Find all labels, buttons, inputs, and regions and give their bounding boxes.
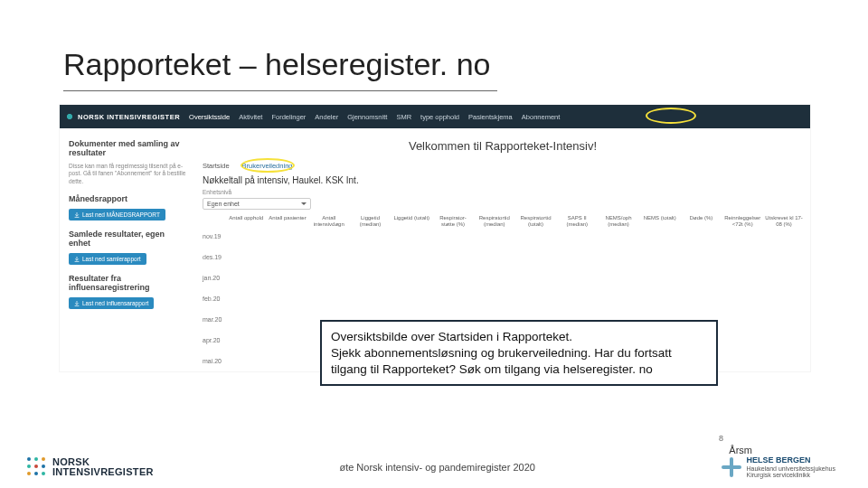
nokkeltall-title: Nøkkeltall på intensiv, Haukel. KSK Int. bbox=[203, 175, 803, 185]
footer-center-text: øte Norsk intensiv- og pandemiregister 2… bbox=[339, 462, 534, 473]
logo-ni-text2: INTENSIVREGISTER bbox=[52, 467, 154, 477]
brand-icon bbox=[65, 112, 74, 121]
callout-line1: Oversiktsbilde over Startsiden i Rapport… bbox=[331, 329, 707, 345]
download-month-label: Last ned MÅNEDSRAPPORT bbox=[82, 211, 160, 218]
download-saml-button[interactable]: Last ned samlerapport bbox=[69, 253, 146, 265]
callout-box: Oversiktsbilde over Startsiden i Rapport… bbox=[320, 320, 718, 386]
download-icon bbox=[74, 212, 80, 218]
enhet-select-value: Egen enhet bbox=[207, 201, 240, 207]
docs-heading: Dokumenter med samling av resultater bbox=[69, 139, 188, 157]
cross-icon bbox=[722, 457, 741, 477]
left-panel: Dokumenter med samling av resultater Dis… bbox=[60, 128, 195, 371]
download-infl-button[interactable]: Last ned influensarapport bbox=[69, 297, 154, 309]
download-month-button[interactable]: Last ned MÅNEDSRAPPORT bbox=[69, 209, 165, 221]
slide-footer: NORSK INTENSIVREGISTER øte Norsk intensi… bbox=[0, 456, 868, 479]
nav-item-oversikt[interactable]: Oversiktsside bbox=[189, 113, 230, 121]
nav-item-smr[interactable]: SMR bbox=[396, 113, 411, 121]
callout-line2: Sjekk abonnementsløsning og brukerveiled… bbox=[331, 345, 707, 378]
welcome-heading: Velkommen til Rapporteket-Intensiv! bbox=[203, 139, 803, 153]
month-cell: nov.19 bbox=[203, 233, 222, 239]
chevron-down-icon bbox=[301, 202, 307, 205]
col-h: Antall pasienter bbox=[269, 215, 307, 364]
month-cell: jan.20 bbox=[203, 275, 222, 281]
tab-brukerveiledning[interactable]: Brukerveiledning bbox=[242, 162, 293, 170]
month-cell: mai.20 bbox=[203, 358, 222, 364]
saml-heading: Samlede resultater, egen enhet bbox=[69, 230, 188, 248]
month-cell: feb.20 bbox=[203, 296, 222, 302]
col-h: Utskrevet kl 17-08 (%) bbox=[765, 215, 803, 364]
month-column: nov.19 des.19 jan.20 feb.20 mar.20 apr.2… bbox=[203, 215, 222, 364]
logo-norsk-intensivregister: NORSK INTENSIVREGISTER bbox=[27, 457, 154, 477]
tab-startside[interactable]: Startside bbox=[203, 162, 230, 170]
page-number: 8 bbox=[719, 434, 723, 443]
enhet-select[interactable]: Egen enhet bbox=[203, 198, 311, 210]
tab-row: Startside Brukerveiledning bbox=[203, 162, 803, 170]
infl-heading: Resultater fra influensaregistrering bbox=[69, 274, 188, 292]
month-cell: des.19 bbox=[203, 254, 222, 260]
nav-item-andeler[interactable]: Andeler bbox=[315, 113, 338, 121]
nav-item-fordelinger[interactable]: Fordelinger bbox=[271, 113, 306, 121]
month-cell: mar.20 bbox=[203, 316, 222, 323]
docs-sub: Disse kan man få regelmessig tilsendt på… bbox=[69, 163, 188, 185]
nav-item-aktivitet[interactable]: Aktivitet bbox=[239, 113, 262, 121]
month-cell: apr.20 bbox=[203, 337, 222, 343]
hb-line3: Kirurgisk serviceklinikk bbox=[747, 472, 835, 479]
slide-title: Rapporteket – helseregister. no bbox=[63, 47, 491, 82]
hb-line1: HELSE BERGEN bbox=[747, 456, 835, 465]
arsm-text: Årsm bbox=[729, 445, 752, 455]
month-heading: Månedsrapport bbox=[69, 194, 188, 203]
nav-brand: NORSK INTENSIVREGISTER bbox=[65, 112, 180, 121]
navbar: NORSK INTENSIVREGISTER Oversiktsside Akt… bbox=[60, 105, 810, 128]
download-icon bbox=[74, 257, 80, 262]
download-icon bbox=[74, 301, 80, 306]
logo-helse-bergen: HELSE BERGEN Haukeland universitetssjuke… bbox=[722, 456, 835, 479]
download-infl-label: Last ned influensarapport bbox=[82, 300, 148, 306]
download-saml-label: Last ned samlerapport bbox=[82, 256, 141, 262]
col-h: Reinnleggelser <72t (%) bbox=[723, 215, 761, 364]
title-underline bbox=[63, 90, 497, 91]
logo-dots-icon bbox=[27, 457, 47, 477]
nav-item-gjennomsnitt[interactable]: Gjennomsnitt bbox=[347, 113, 387, 121]
highlight-circle-abonnement bbox=[646, 108, 696, 124]
hb-line2: Haukeland universitetssjukehus bbox=[747, 465, 835, 473]
nav-item-pasientskjema[interactable]: Pasientskjema bbox=[468, 113, 513, 121]
brand-text: NORSK INTENSIVREGISTER bbox=[78, 113, 180, 121]
enhet-label: Enhetsnivå bbox=[203, 189, 803, 195]
nav-item-typeopphold[interactable]: type opphold bbox=[420, 113, 459, 121]
col-h: Antall opphold bbox=[227, 215, 265, 364]
nav-item-abonnement[interactable]: Abonnement bbox=[522, 113, 561, 121]
